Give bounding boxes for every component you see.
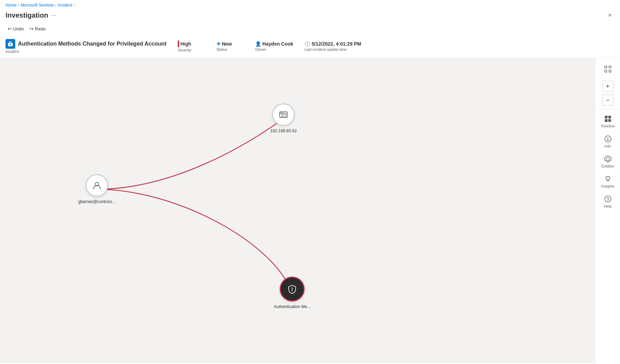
page-title: Investigation	[6, 11, 48, 19]
page-options-dots[interactable]: ···	[51, 12, 56, 19]
redo-icon: ↪	[29, 26, 34, 31]
severity-dot	[178, 40, 179, 47]
entities-button[interactable]: Entities	[597, 152, 619, 171]
svg-rect-13	[609, 66, 611, 68]
svg-rect-18	[605, 119, 608, 122]
severity-meta: High Severity	[178, 40, 205, 52]
svg-point-11	[292, 290, 293, 291]
ip-icon	[279, 110, 288, 119]
info-icon	[604, 135, 612, 143]
zoom-out-icon: −	[606, 97, 610, 104]
node-user[interactable]: gbarnes@contoso...	[78, 174, 115, 204]
breadcrumb-sep-1: ›	[18, 3, 19, 7]
severity-value: High	[181, 41, 191, 47]
severity-label: Severity	[178, 48, 205, 52]
info-label: Info	[604, 144, 611, 148]
redo-label: Redo	[35, 26, 46, 31]
undo-button[interactable]: ↩ Undo	[6, 25, 26, 33]
incident-icon	[6, 39, 15, 49]
redo-button[interactable]: ↪ Redo	[27, 25, 48, 33]
svg-rect-15	[609, 70, 611, 72]
status-value: New	[222, 41, 232, 47]
right-sidebar: + − Timeline	[595, 58, 620, 363]
zoom-in-button[interactable]: +	[602, 81, 613, 92]
breadcrumb-home[interactable]: Home	[6, 3, 17, 8]
alert-shield-icon	[287, 284, 297, 294]
incident-title-section: Authentication Methods Changed for Privi…	[6, 39, 167, 54]
timeline-label: Timeline	[601, 124, 615, 128]
node-user-circle	[86, 174, 108, 197]
incident-type-label: Incident	[6, 49, 167, 54]
insights-icon	[604, 175, 612, 183]
svg-point-30	[607, 200, 608, 201]
undo-icon: ↩	[8, 26, 12, 31]
node-ip[interactable]: 192.168.65.82	[270, 104, 297, 133]
undo-label: Undo	[13, 26, 24, 31]
svg-point-8	[283, 113, 284, 113]
fit-view-button[interactable]	[597, 61, 619, 79]
svg-rect-14	[605, 70, 607, 72]
owner-icon: 👤	[255, 41, 261, 47]
severity-value-container: High	[178, 40, 205, 47]
graph-canvas[interactable]: gbarnes@contoso... 192.168.65.82	[0, 58, 595, 363]
top-controls: + −	[595, 61, 620, 106]
owner-meta: 👤 Hayden Cook Owner	[255, 41, 293, 51]
page-header: Investigation ··· ×	[0, 9, 620, 23]
entities-icon	[604, 155, 612, 163]
svg-point-1	[10, 44, 11, 45]
svg-rect-9	[283, 115, 286, 116]
svg-point-7	[282, 113, 283, 113]
owner-label: Owner	[255, 47, 293, 51]
svg-line-28	[605, 177, 606, 178]
help-label: Help	[604, 204, 612, 208]
owner-value: Hayden Cook	[262, 41, 293, 47]
svg-marker-24	[607, 157, 609, 161]
fit-icon	[604, 65, 612, 75]
breadcrumb-sentinel[interactable]: Microsoft Sentinel	[21, 3, 54, 8]
time-icon: 🕐	[304, 41, 310, 47]
node-ip-label: 192.168.65.82	[270, 128, 297, 133]
node-user-label: gbarnes@contoso...	[78, 199, 115, 204]
entities-label: Entities	[601, 164, 614, 168]
zoom-in-icon: +	[606, 83, 610, 90]
help-button[interactable]: Help	[597, 192, 619, 211]
svg-rect-19	[608, 119, 611, 122]
status-label: Status	[216, 47, 244, 51]
breadcrumb-sep-2: ›	[55, 3, 56, 7]
incident-title-main: Authentication Methods Changed for Privi…	[6, 39, 167, 49]
breadcrumb-sep-3: ›	[74, 3, 75, 7]
svg-point-29	[605, 196, 611, 202]
status-value-container: ✳ New	[216, 41, 244, 47]
main-area: gbarnes@contoso... 192.168.65.82	[0, 58, 620, 363]
node-alert-label: Authentication Me...	[274, 304, 311, 309]
sidebar-divider	[595, 109, 620, 109]
svg-point-25	[606, 176, 610, 180]
node-ip-circle	[272, 104, 295, 126]
node-alert[interactable]: Authentication Me...	[274, 277, 311, 309]
zoom-out-button[interactable]: −	[602, 95, 613, 106]
svg-point-6	[280, 113, 281, 113]
node-alert-circle	[280, 277, 305, 301]
toolbar: ↩ Undo ↪ Redo	[0, 23, 620, 36]
status-meta: ✳ New Status	[216, 41, 244, 51]
graph-edges-svg	[0, 58, 595, 363]
status-icon: ✳	[216, 41, 221, 47]
time-meta: 🕐 5/12/2022, 4:01:29 PM Last incident up…	[304, 41, 361, 51]
breadcrumb: Home › Microsoft Sentinel › Incident ›	[0, 0, 620, 9]
svg-rect-17	[608, 116, 611, 118]
insights-label: Insights	[601, 184, 614, 188]
timeline-button[interactable]: Timeline	[597, 112, 619, 131]
owner-value-container: 👤 Hayden Cook	[255, 41, 293, 47]
svg-rect-16	[605, 116, 608, 118]
incident-bar: Authentication Methods Changed for Privi…	[0, 36, 620, 58]
breadcrumb-incident[interactable]: Incident	[58, 3, 72, 8]
info-button[interactable]: Info	[597, 132, 619, 151]
insights-button[interactable]: Insights	[597, 172, 619, 191]
close-button[interactable]: ×	[605, 10, 614, 20]
help-icon	[604, 195, 612, 203]
time-label: Last incident update time	[304, 47, 361, 51]
user-icon	[92, 181, 102, 190]
timeline-icon	[604, 115, 612, 123]
svg-rect-12	[605, 66, 607, 68]
svg-line-27	[610, 177, 610, 178]
